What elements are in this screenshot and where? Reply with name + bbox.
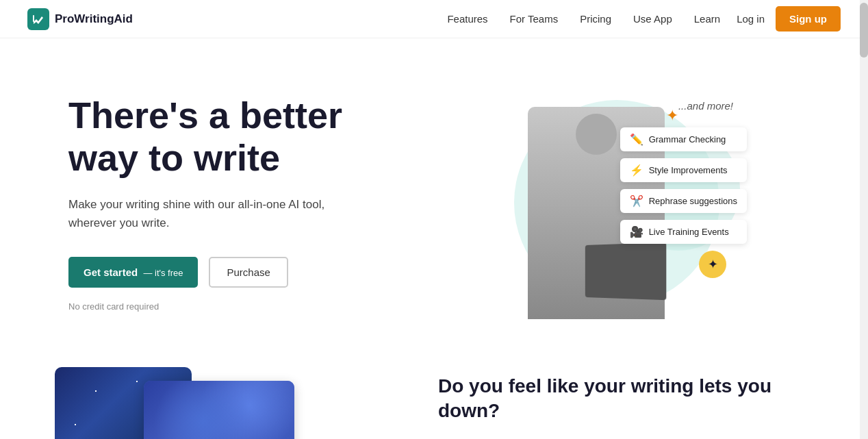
get-started-button[interactable]: Get started — it's free (68, 257, 198, 288)
lower-section: My idea in my head Do you feel like your… (0, 353, 868, 439)
lower-right: Do you feel like your writing lets you d… (438, 367, 813, 439)
nav-use-app[interactable]: Use App (633, 13, 672, 25)
logo-text: ProWritingAid (55, 12, 133, 26)
hero-subtitle: Make your writing shine with our all-in-… (68, 195, 356, 232)
pill-grammar: ✏️ Grammar Checking (620, 127, 747, 151)
lower-text: We know what it's like to feel the FEAR … (438, 435, 813, 439)
hero-title: There's a better way to write (68, 94, 434, 179)
training-icon: 🎥 (630, 225, 643, 238)
logo-link[interactable]: ProWritingAid (27, 8, 133, 30)
lower-title: Do you feel like your writing lets you d… (438, 374, 813, 424)
nav-for-teams[interactable]: For Teams (510, 13, 559, 25)
sparkle-icon: ✦ (666, 107, 678, 125)
hero-left: There's a better way to write Make your … (68, 94, 434, 312)
lower-left: My idea in my head (55, 367, 383, 439)
pill-style: ⚡ Style Improvements (620, 158, 747, 182)
hero-buttons: Get started — it's free Purchase (68, 257, 434, 288)
scrollbar-thumb[interactable] (860, 3, 868, 58)
image-stack: My idea in my head (55, 367, 301, 439)
hero-section: There's a better way to write Make your … (0, 38, 868, 353)
nav-learn[interactable]: Learn (694, 13, 720, 25)
hero-illustration: ...and more! ✦ ✦ ✏️ Grammar Checking ⚡ S… (487, 86, 747, 319)
laptop-image (585, 242, 666, 300)
grammar-icon: ✏️ (630, 133, 643, 146)
hero-right: ...and more! ✦ ✦ ✏️ Grammar Checking ⚡ S… (434, 79, 800, 326)
signup-button[interactable]: Sign up (776, 6, 841, 32)
nav-links: Features For Teams Pricing Use App Learn (447, 13, 720, 25)
and-more-text: ...and more! (678, 100, 733, 112)
pill-training: 🎥 Live Training Events (620, 220, 747, 244)
page-scrollbar[interactable] (860, 0, 868, 439)
login-link[interactable]: Log in (737, 13, 765, 25)
no-credit-text: No credit card required (68, 301, 434, 312)
style-icon: ⚡ (630, 164, 643, 177)
purchase-button[interactable]: Purchase (209, 257, 288, 288)
pill-rephrase: ✂️ Rephrase suggestions (620, 189, 747, 213)
svg-rect-0 (33, 15, 34, 22)
logo-icon (27, 8, 49, 30)
nav-features[interactable]: Features (447, 13, 487, 25)
feature-pills: ✏️ Grammar Checking ⚡ Style Improvements… (620, 127, 747, 244)
rephrase-icon: ✂️ (630, 195, 643, 208)
navigation: ProWritingAid Features For Teams Pricing… (0, 0, 868, 38)
nav-pricing[interactable]: Pricing (580, 13, 611, 25)
swirly-image (144, 381, 294, 439)
star-badge: ✦ (699, 251, 726, 278)
